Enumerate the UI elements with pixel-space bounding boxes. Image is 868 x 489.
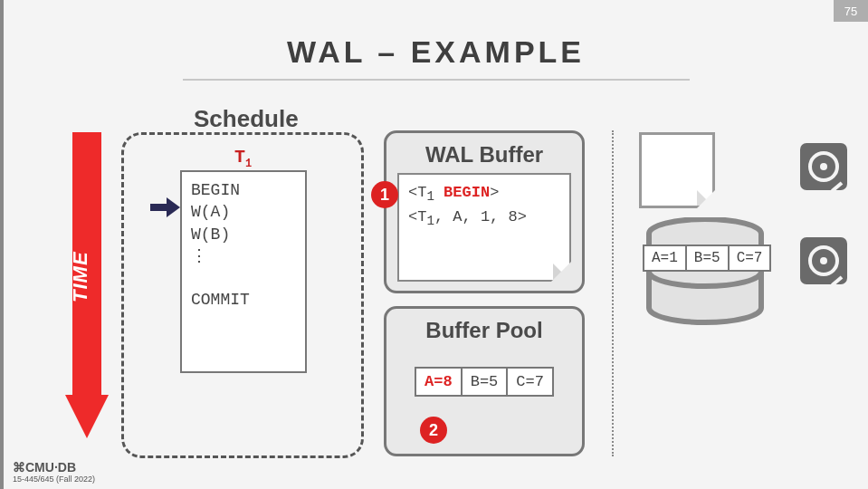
wal-line-2: <T1, A, 1, 8>: [408, 206, 560, 231]
pointer-arrow-icon: [150, 197, 181, 217]
database-icon: [637, 217, 773, 326]
hdd-icon-2: [800, 237, 847, 284]
svg-marker-1: [65, 395, 109, 438]
disk-kv-row: A=1 B=5 C=7: [643, 244, 771, 272]
vertical-divider: [612, 130, 614, 456]
txn-label-t: T: [234, 147, 245, 168]
wal-line-1: <T1 BEGIN>: [408, 182, 560, 206]
badge-1: 1: [371, 181, 398, 208]
svg-rect-2: [150, 204, 167, 211]
bp-cell-b: B=5: [463, 369, 509, 395]
buffer-pool-panel: Buffer Pool A=8 B=5 C=7: [384, 306, 585, 456]
badge-2: 2: [420, 417, 447, 444]
schedule-label: Schedule: [194, 105, 299, 133]
svg-marker-3: [167, 197, 180, 217]
bp-cell-a: A=8: [416, 369, 463, 395]
footer-course: 15-445/645 (Fall 2022): [13, 475, 95, 484]
wal-buffer-panel: WAL Buffer <T1 BEGIN> <T1, A, 1, 8>: [384, 130, 585, 293]
txn-ops-card: BEGIN W(A) W(B) ⋮ COMMIT: [180, 170, 307, 373]
disk-cell-b: B=5: [687, 246, 730, 270]
footer: ⌘CMU·DB 15-445/645 (Fall 2022): [13, 460, 95, 484]
hdd-icon-1: [800, 143, 847, 190]
time-label: TIME: [69, 251, 92, 302]
disk-cell-a: A=1: [644, 246, 687, 270]
wal-title: WAL Buffer: [397, 142, 571, 168]
disk-page-icon: [639, 132, 715, 208]
footer-brand: ⌘CMU·DB: [13, 460, 95, 475]
txn-label: T1: [234, 147, 252, 170]
buffer-pool-row: A=8 B=5 C=7: [415, 367, 554, 397]
buffer-pool-title: Buffer Pool: [397, 318, 571, 343]
wal-note: <T1 BEGIN> <T1, A, 1, 8>: [397, 173, 571, 282]
txn-ops: BEGIN W(A) W(B) ⋮ COMMIT: [182, 172, 305, 319]
slide-title: WAL – EXAMPLE: [4, 34, 868, 70]
title-underline: [183, 79, 690, 81]
disk-cell-c: C=7: [730, 246, 770, 270]
bp-cell-c: C=7: [508, 369, 552, 395]
page-number: 75: [834, 0, 868, 22]
txn-label-sub: 1: [245, 158, 252, 170]
